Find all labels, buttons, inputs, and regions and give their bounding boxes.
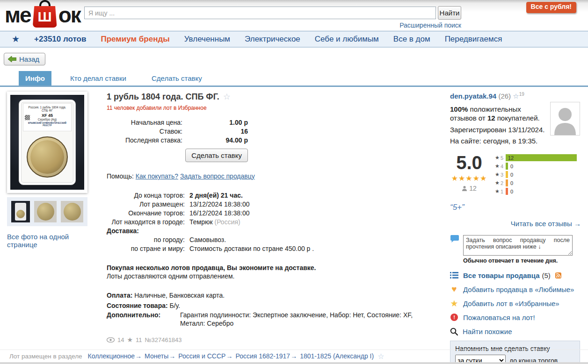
nav-item-hobby[interactable]: Увлеченным: [184, 35, 230, 44]
condition-row: Состояние товара: Б/у.: [107, 300, 440, 311]
breadcrumb: Лот размещен в разделе Коллекционное→ Мо…: [0, 350, 588, 362]
report-icon: !: [450, 314, 458, 321]
seller-items-count: (5): [542, 271, 551, 279]
detail-listed: Лот размещен: 13/12/2024 18:38:00: [107, 200, 440, 209]
avatar-silhouette-icon: [551, 102, 580, 135]
nav-item-gifts[interactable]: Себе и любимым: [315, 35, 379, 44]
breadcrumb-favorite-star-icon[interactable]: ☆: [377, 352, 384, 361]
tab-info[interactable]: Инфо: [19, 71, 51, 86]
nav-item-home[interactable]: Все в дом: [393, 35, 430, 44]
help-label: Помощь:: [107, 172, 134, 180]
views-count: 14: [117, 336, 124, 343]
shopping-bag-icon: Ш: [33, 6, 57, 28]
person-icon: [462, 186, 467, 191]
hist-bar-4: [506, 163, 508, 170]
detail-city: Лот находится в городе: Темрюк (Россия): [107, 218, 440, 227]
bag-letter: Ш: [33, 6, 57, 28]
tab-bar: Инфо Кто делал ставки Сделать ставку: [0, 72, 588, 87]
add-seller-favorites-link[interactable]: Добавить продавца в «Любимые»: [463, 285, 574, 293]
all-photos-link[interactable]: Все фото на одной странице: [7, 233, 94, 249]
city-value: Темрюк: [189, 218, 213, 226]
add-to-favorites-star-icon[interactable]: ☆: [223, 92, 231, 101]
additional-row: Дополнительно: Гарантия подлинности: Экс…: [107, 311, 440, 328]
breadcrumb-alexander-i[interactable]: 1801-1825 (Александр I): [300, 352, 374, 360]
delivery-city-row: по городу: Самовывоз.: [107, 236, 440, 244]
nav-item-premium[interactable]: Премиум бренды: [101, 35, 169, 44]
bottom-strip: [0, 362, 588, 364]
back-button[interactable]: Назад: [4, 53, 45, 65]
payment-row: Оплата: Наличные, Банковская карта.: [107, 290, 440, 300]
advanced-search-link[interactable]: Расширенный поиск: [84, 21, 461, 29]
hist-row-1: ★ 1 0: [495, 188, 577, 195]
seller-name-link[interactable]: den.pyatak.94: [450, 92, 496, 100]
price-row-bids: Ставок: 16: [107, 127, 440, 136]
breadcrumb-coins[interactable]: Монеты: [145, 352, 168, 360]
search-button[interactable]: Найти: [438, 6, 461, 20]
slab-metal: Серебро (Ag): [23, 118, 71, 121]
hist-row-2: ★ 2 0: [495, 179, 577, 186]
question-textarea[interactable]: [463, 235, 573, 256]
back-arrow-icon: [8, 56, 16, 62]
bids-label: Ставок:: [107, 127, 182, 136]
detail-ends: Окончание торгов: 16/12/2024 18:38:00: [107, 209, 440, 218]
star-icon: ★: [450, 298, 458, 309]
thumbnail-2[interactable]: [34, 201, 57, 222]
watchers-count: 11: [136, 336, 142, 343]
breadcrumb-russia-1682-1917[interactable]: Россия 1682-1917: [235, 352, 290, 360]
rss-icon[interactable]: [555, 272, 561, 278]
lot-page: ме Ш ок Найти Расширенный поиск Все с ру…: [0, 0, 588, 364]
nav-item-transport[interactable]: Передвигаемся: [445, 35, 502, 44]
tab-bidders[interactable]: Кто делал ставки: [64, 71, 133, 86]
heart-icon: ♥: [450, 284, 458, 294]
hist-bar-3: [506, 171, 508, 178]
chat-bubble-icon: [450, 235, 459, 244]
seller-action-links: Все товары продавца (5) ♥ Добавить прода…: [450, 271, 581, 336]
hist-row-4: ★ 4 0: [495, 163, 577, 170]
lot-number: №327461843: [145, 336, 182, 343]
promo-button[interactable]: Все с рубля!: [526, 2, 576, 13]
fav-seller-row: ♥ Добавить продавца в «Любимые»: [450, 285, 581, 294]
seller-avatar[interactable]: [550, 102, 580, 136]
seller-favorite-star-icon[interactable]: ☆: [513, 92, 519, 100]
find-similar-link[interactable]: Найти похожие: [463, 328, 512, 335]
seller-online: На сайте: сегодня, в 19:35.: [450, 137, 581, 145]
breadcrumb-collectibles[interactable]: Коллекционное: [88, 352, 135, 360]
read-reviews-link[interactable]: Читать все отзывы →: [450, 220, 581, 228]
nav-lots-counter[interactable]: +23510 лотов: [34, 35, 86, 44]
breadcrumb-russia-ussr[interactable]: Россия и СССР: [178, 352, 225, 360]
lot-title: 1 рубль 1804 года. СПБ ФГ.: [107, 92, 219, 101]
thumbnail-3[interactable]: [61, 201, 83, 222]
hist-bar-1: [506, 188, 508, 195]
all-seller-items-link[interactable]: Все товары продавца: [463, 271, 540, 279]
logo-text-left: ме: [5, 2, 31, 28]
thumbnail-1[interactable]: [11, 201, 30, 222]
fav-lot-row: ★ Добавить лот в «Избранные»: [450, 299, 581, 308]
seller-row: den.pyatak.94 (26) ☆19: [450, 92, 581, 100]
lot-counters: 14 ★ 11 №327461843: [107, 336, 440, 343]
make-bid-button[interactable]: Сделать ставку: [185, 149, 248, 162]
favorites-star-icon[interactable]: ★: [12, 34, 20, 44]
slab-grade: XF 45: [23, 113, 71, 118]
photo-column: Россия. 1 рубль 1804 года. СПБ ФГ XF 45 …: [7, 92, 94, 249]
nav-item-electric[interactable]: Электрическое: [245, 35, 300, 44]
seller-rating: 5.0 ★★★★★ 12 ★ 5 12 ★ 4: [450, 153, 581, 196]
list-icon: [450, 272, 458, 278]
how-to-buy-link[interactable]: Как покупать?: [136, 172, 178, 180]
report-lot-link[interactable]: Пожаловаться на лот!: [463, 314, 535, 321]
tab-make-bid[interactable]: Сделать ставку: [145, 71, 209, 86]
ask-seller-link[interactable]: Задать вопрос продавцу: [180, 172, 255, 180]
add-lot-favorites-link[interactable]: Добавить лот в «Избранные»: [463, 300, 559, 307]
main-nav: ★ +23510 лотов Премиум бренды Увлеченным…: [0, 31, 588, 48]
last-bid-label: Последняя ставка:: [107, 136, 182, 145]
hist-bar-5: 12: [506, 154, 577, 161]
main-photo[interactable]: Россия. 1 рубль 1804 года. СПБ ФГ XF 45 …: [7, 92, 87, 193]
hist-bar-2: [506, 179, 508, 186]
rating-count: 12: [469, 185, 477, 192]
last-bid-value: 94.00 р: [182, 136, 248, 145]
shipping-note: Покупая несколько лотов продавца, Вы эко…: [107, 264, 440, 280]
search-input[interactable]: [84, 7, 436, 19]
site-logo[interactable]: ме Ш ок: [5, 2, 80, 28]
country-value: (Россия): [214, 218, 240, 226]
search-similar-icon: [450, 328, 458, 335]
start-price-value: 1.00 р: [182, 118, 248, 127]
